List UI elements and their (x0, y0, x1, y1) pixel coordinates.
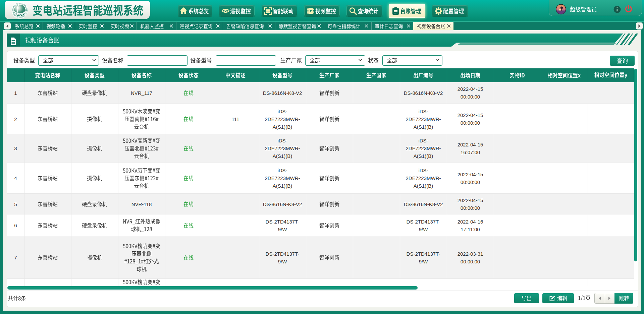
svg-text:DS-8616N-K8-V2: DS-8616N-K8-V2 (404, 90, 443, 96)
svg-text:DS-2TD4137T-: DS-2TD4137T- (266, 219, 300, 225)
svg-text:2022-04-15: 2022-04-15 (458, 142, 483, 147)
svg-text:A(S1)(B): A(S1)(B) (414, 124, 433, 130)
svg-text:2DE7223MWR-: 2DE7223MWR- (406, 175, 441, 181)
svg-text:1: 1 (14, 90, 17, 96)
svg-text:9/W: 9/W (278, 259, 287, 264)
svg-text:2022-04-15: 2022-04-15 (458, 172, 483, 177)
svg-text:A(S1)(B): A(S1)(B) (414, 183, 433, 189)
svg-text:7: 7 (14, 255, 17, 260)
svg-text:2022-04-15: 2022-04-15 (458, 86, 483, 92)
svg-text:2: 2 (14, 116, 17, 122)
svg-text:NVR_117: NVR_117 (131, 90, 152, 96)
svg-text:2022-04-15: 2022-04-15 (458, 112, 483, 118)
svg-text:00:00:00: 00:00:00 (461, 120, 480, 126)
svg-text:6: 6 (14, 223, 17, 228)
svg-text:iDS-: iDS- (418, 168, 428, 173)
svg-text:00:00:00: 00:00:00 (461, 179, 480, 185)
svg-text:111: 111 (232, 116, 239, 122)
svg-text:2DE7223MWR-: 2DE7223MWR- (265, 175, 300, 181)
svg-text:DS-2TD4137T-: DS-2TD4137T- (407, 219, 440, 225)
svg-text:2DE7223MWR-: 2DE7223MWR- (265, 145, 300, 151)
svg-text:5: 5 (14, 201, 17, 207)
svg-text:2DE7223MWR-: 2DE7223MWR- (406, 116, 441, 122)
svg-text:DS-2TD4137T-: DS-2TD4137T- (407, 251, 440, 257)
svg-text:9/W: 9/W (419, 259, 428, 264)
svg-text:17:11:00: 17:11:00 (461, 227, 480, 232)
svg-text:DS-8616N-K8-V2: DS-8616N-K8-V2 (404, 201, 443, 207)
svg-text:iDS-: iDS- (277, 138, 287, 143)
svg-text:NVR-118: NVR-118 (131, 201, 152, 207)
svg-text:iDS-: iDS- (418, 138, 428, 143)
svg-text:00:00:00: 00:00:00 (461, 94, 480, 100)
svg-text:00:00:00: 00:00:00 (461, 259, 480, 264)
svg-text:2DE7223MWR-: 2DE7223MWR- (265, 116, 300, 122)
svg-text:4: 4 (14, 175, 17, 181)
svg-text:2022-03-31: 2022-03-31 (458, 251, 483, 257)
svg-text:A(S1)(B): A(S1)(B) (273, 124, 292, 130)
svg-text:iDS-: iDS- (277, 168, 287, 173)
svg-text:A(S1)(B): A(S1)(B) (273, 153, 292, 159)
svg-text:A(S1)(B): A(S1)(B) (273, 183, 292, 189)
svg-text:iDS-: iDS- (418, 109, 428, 114)
svg-text:3: 3 (14, 145, 17, 151)
svg-text:DS-8616N-K8-V2: DS-8616N-K8-V2 (263, 201, 302, 207)
svg-text:A(S1)(B): A(S1)(B) (414, 153, 433, 159)
svg-text:2022-04-16: 2022-04-16 (458, 219, 483, 225)
svg-text:DS-2TD4137T-: DS-2TD4137T- (266, 251, 300, 257)
svg-text:9/W: 9/W (419, 227, 428, 232)
svg-text:9/W: 9/W (278, 227, 287, 232)
svg-text:2022-04-15: 2022-04-15 (458, 197, 483, 203)
svg-text:iDS-: iDS- (277, 109, 287, 114)
svg-text:DS-8616N-K8-V2: DS-8616N-K8-V2 (263, 90, 302, 96)
svg-text:16:07:00: 16:07:00 (461, 149, 480, 155)
svg-text:00:00:00: 00:00:00 (461, 205, 480, 211)
svg-text:2DE7223MWR-: 2DE7223MWR- (406, 145, 441, 151)
